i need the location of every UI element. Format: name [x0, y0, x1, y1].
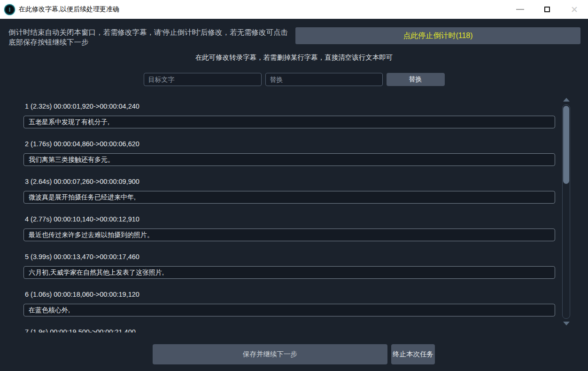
subtitle-timestamp-label: 7 (1.9s) 00:00:19,500->00:00:21,400	[25, 328, 554, 332]
save-continue-button[interactable]: 保存并继续下一步	[153, 344, 387, 364]
countdown-instruction-text: 倒计时结束自动关闭本窗口，若需修改字幕，请'停止倒计时'后修改，若无需修改可点击…	[8, 27, 288, 47]
find-replace-bar: 替换	[0, 73, 588, 86]
subtitle-row: 3 (2.64s) 00:00:07,260->00:00:09,900	[23, 178, 555, 204]
subtitle-timestamp-label: 5 (3.99s) 00:00:13,470->00:00:17,460	[25, 253, 554, 261]
subtitle-row: 6 (1.06s) 00:00:18,060->00:00:19,120	[23, 291, 555, 316]
abort-task-button[interactable]: 终止本次任务	[391, 344, 435, 364]
scrollbar[interactable]	[562, 93, 571, 332]
replace-text-input[interactable]	[265, 73, 383, 86]
footer-bar: 保存并继续下一步 终止本次任务	[0, 344, 588, 364]
titlebar: 在此修改字幕,以便后续处理更准确 ✕	[0, 0, 588, 19]
subtitle-timestamp-label: 1 (2.32s) 00:00:01,920->00:00:04,240	[25, 103, 554, 111]
minimize-icon	[516, 9, 524, 10]
window-controls: ✕	[506, 0, 588, 19]
edit-hint-text: 在此可修改转录字幕，若需删掉某行字幕，直接清空该行文本即可	[0, 53, 588, 62]
app-icon	[4, 4, 15, 15]
subtitle-timestamp-label: 3 (2.64s) 00:00:07,260->00:00:09,900	[25, 178, 554, 186]
maximize-icon	[544, 7, 550, 12]
subtitle-text-input[interactable]	[23, 304, 555, 316]
subtitle-timestamp-label: 2 (1.76s) 00:00:04,860->00:00:06,620	[25, 140, 554, 148]
window-title: 在此修改字幕,以便后续处理更准确	[19, 5, 119, 14]
subtitle-text-input[interactable]	[23, 191, 555, 204]
stop-countdown-button[interactable]: 点此停止倒计时(118)	[295, 27, 580, 44]
close-icon: ✕	[571, 5, 578, 14]
replace-button[interactable]: 替换	[387, 73, 445, 86]
subtitle-row: 2 (1.76s) 00:00:04,860->00:00:06,620	[23, 140, 555, 166]
subtitle-row: 4 (2.77s) 00:00:10,140->00:00:12,910	[23, 215, 555, 241]
header-bar: 倒计时结束自动关闭本窗口，若需修改字幕，请'停止倒计时'后修改，若无需修改可点击…	[0, 19, 588, 47]
scroll-down-icon[interactable]	[563, 322, 570, 325]
close-button[interactable]: ✕	[561, 0, 588, 19]
subtitle-text-input[interactable]	[23, 229, 555, 241]
subtitle-row: 1 (2.32s) 00:00:01,920->00:00:04,240	[23, 103, 555, 128]
subtitle-text-input[interactable]	[23, 116, 555, 128]
subtitle-row: 7 (1.9s) 00:00:19,500->00:00:21,400	[23, 328, 555, 332]
subtitle-list: 1 (2.32s) 00:00:01,920->00:00:04,240 2 (…	[0, 93, 588, 332]
scroll-up-icon[interactable]	[563, 98, 570, 102]
subtitle-text-input[interactable]	[23, 153, 555, 166]
scrollbar-thumb[interactable]	[563, 106, 569, 184]
subtitle-timestamp-label: 6 (1.06s) 00:00:18,060->00:00:19,120	[25, 291, 554, 299]
target-text-input[interactable]	[144, 73, 262, 86]
subtitle-row: 5 (3.99s) 00:00:13,470->00:00:17,460	[23, 253, 555, 279]
subtitle-timestamp-label: 4 (2.77s) 00:00:10,140->00:00:12,910	[25, 215, 554, 223]
subtitle-list-items: 1 (2.32s) 00:00:01,920->00:00:04,240 2 (…	[0, 103, 588, 332]
maximize-button[interactable]	[534, 0, 561, 19]
subtitle-text-input[interactable]	[23, 266, 555, 279]
minimize-button[interactable]	[506, 0, 534, 19]
scrollbar-track[interactable]	[562, 104, 570, 319]
